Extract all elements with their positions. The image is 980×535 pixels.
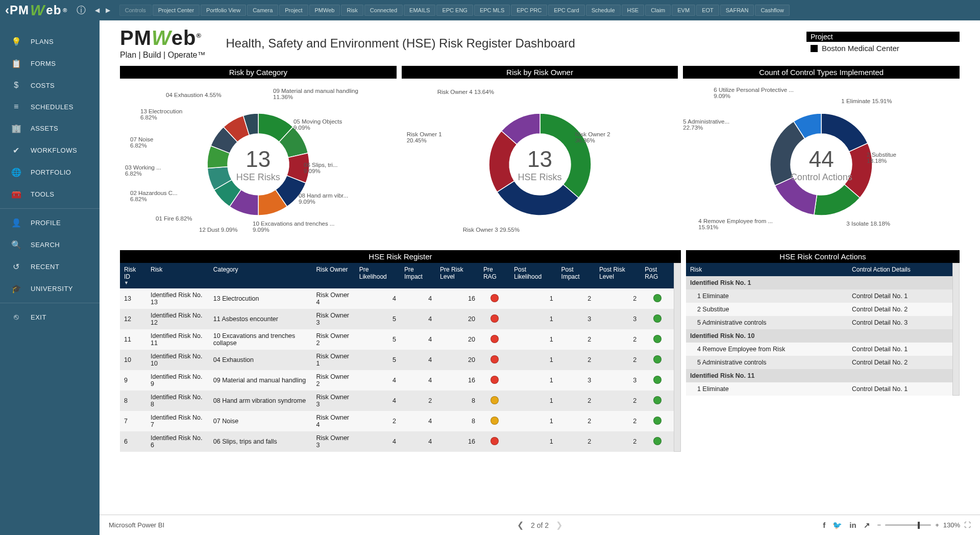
table-row[interactable]: 5 Administrative controlsControl Detail … (686, 356, 952, 369)
register-col-header[interactable]: Category (209, 263, 312, 288)
table-row[interactable]: 1 EliminateControl Detail No. 1 (686, 382, 952, 396)
dashboard-title: Health, Safety and Environment (HSE) Ris… (226, 36, 786, 51)
sidebar-item[interactable]: 🔍SEARCH (0, 234, 100, 256)
sidebar-item[interactable]: 🧰TOOLS (0, 183, 100, 205)
sidebar-item[interactable]: $COSTS (0, 75, 100, 96)
top-tab[interactable]: EPC PRC (511, 5, 547, 16)
donut-chart[interactable]: Count of Control Types Implemented 44 Co… (683, 66, 960, 246)
table-row[interactable]: 8Identified Risk No. 808 Hand arm vibrat… (120, 391, 674, 411)
table-row[interactable]: 12Identified Risk No. 1211 Asbestos enco… (120, 309, 674, 329)
sidebar-item[interactable]: 🌐PORTFOLIO (0, 161, 100, 183)
table-row[interactable]: 11Identified Risk No. 1110 Excavations a… (120, 329, 674, 350)
nav-arrows[interactable]: ◀ ▶ (95, 7, 112, 14)
group-header-row[interactable]: Identified Risk No. 10 (686, 329, 952, 343)
chart-data-label: 05 Moving Objects9.09% (293, 118, 342, 131)
sidebar-icon: ✔ (11, 145, 21, 155)
top-tab[interactable]: Risk (341, 5, 363, 16)
top-tab[interactable]: EMAILS (404, 5, 435, 16)
group-header-row[interactable]: Identified Risk No. 11 (686, 369, 952, 382)
controls-col-header[interactable]: Risk (686, 263, 848, 276)
next-page-icon[interactable]: ❯ (556, 520, 562, 530)
top-tab[interactable]: EOT (696, 5, 719, 16)
sidebar-item[interactable]: 🏢ASSETS (0, 117, 100, 139)
zoom-out-icon[interactable]: − (877, 521, 881, 529)
top-tab[interactable]: Camera (247, 5, 278, 16)
info-icon[interactable]: ⓘ (77, 4, 86, 16)
linkedin-icon[interactable]: in (849, 521, 856, 529)
top-tab[interactable]: EPC MLS (474, 5, 510, 16)
sidebar-item[interactable]: 🎓UNIVERSITY (0, 278, 100, 300)
top-tab[interactable]: Controls (119, 5, 152, 16)
facebook-icon[interactable]: f (823, 521, 825, 529)
sidebar-item-label: RECENT (31, 263, 59, 271)
sidebar-item[interactable]: ✔WORKFLOWS (0, 139, 100, 161)
controls-col-header[interactable]: Control Action Details (848, 263, 952, 276)
top-tab[interactable]: Portfolio View (201, 5, 246, 16)
sidebar-item-label: PROFILE (31, 219, 61, 227)
table-row[interactable]: 6Identified Risk No. 606 Slips, trips an… (120, 431, 674, 452)
register-col-header[interactable]: Risk ID▼ (120, 263, 146, 288)
register-col-header[interactable]: Pre Impact (400, 263, 436, 288)
top-tab[interactable]: Cashflow (755, 5, 789, 16)
filter-checkbox-icon[interactable] (811, 45, 818, 52)
project-filter[interactable]: Project Boston Medical Center (806, 32, 960, 55)
left-sidebar: 💡PLANS📋FORMS$COSTS≡SCHEDULES🏢ASSETS✔WORK… (0, 20, 100, 535)
table-row[interactable]: 9Identified Risk No. 909 Material and ma… (120, 370, 674, 391)
chart-data-label: 04 Exhaustion 4.55% (166, 92, 222, 98)
sidebar-item[interactable]: 📋FORMS (0, 53, 100, 75)
register-col-header[interactable]: Risk Owner (312, 263, 355, 288)
top-tab[interactable]: Schedule (586, 5, 621, 16)
sidebar-item[interactable]: ⎋EXIT (0, 306, 100, 328)
top-tab[interactable]: EPC ENG (436, 5, 473, 16)
chart-data-label: 06 Slips, tri...9.09% (304, 162, 337, 174)
top-tab[interactable]: Claim (645, 5, 671, 16)
donut-chart[interactable]: Risk by Category 13 HSE Risks 09 Materia… (120, 66, 397, 246)
main-report: PMWeb® Plan | Build | Operate™ Health, S… (100, 20, 980, 515)
top-tab[interactable]: PMWeb (309, 5, 340, 16)
risk-register-table: HSE Risk Register Risk ID▼RiskCategoryRi… (120, 250, 681, 452)
prev-page-icon[interactable]: ❮ (517, 520, 524, 530)
top-tab[interactable]: HSE (622, 5, 645, 16)
register-col-header[interactable]: Post Likelihood (510, 263, 557, 288)
rag-indicator-icon (491, 294, 499, 302)
sidebar-item[interactable]: 👤PROFILE (0, 212, 100, 234)
zoom-control[interactable]: − + 130% ⛶ (877, 521, 971, 529)
top-tab[interactable]: Project (279, 5, 308, 16)
table-row[interactable]: 13Identified Risk No. 1313 Electrocution… (120, 288, 674, 309)
register-col-header[interactable]: Pre RAG (479, 263, 510, 288)
top-tab[interactable]: EVM (672, 5, 695, 16)
register-scrollbar[interactable] (674, 263, 681, 452)
table-row[interactable]: 7Identified Risk No. 707 NoiseRisk Owner… (120, 411, 674, 431)
twitter-icon[interactable]: 🐦 (832, 521, 842, 530)
controls-scrollbar[interactable] (952, 263, 960, 396)
register-col-header[interactable]: Post Impact (557, 263, 596, 288)
chart-data-label: 10 Excavations and trenches ...9.09% (253, 221, 334, 233)
top-tab[interactable]: Project Center (153, 5, 200, 16)
top-tab[interactable]: SAFRAN (720, 5, 754, 16)
register-col-header[interactable]: Pre Likelihood (355, 263, 400, 288)
sidebar-item[interactable]: ↺RECENT (0, 256, 100, 278)
sidebar-item[interactable]: 💡PLANS (0, 31, 100, 53)
sidebar-icon: 🏢 (11, 124, 21, 133)
table-row[interactable]: 1 EliminateControl Detail No. 1 (686, 289, 952, 303)
register-col-header[interactable]: Pre Risk Level (436, 263, 479, 288)
top-tab[interactable]: Connected (364, 5, 403, 16)
table-row[interactable]: 4 Remove Employee from RiskControl Detai… (686, 343, 952, 356)
sidebar-item[interactable]: ≡SCHEDULES (0, 96, 100, 117)
page-navigator[interactable]: ❮ 2 of 2 ❯ (517, 520, 562, 530)
table-row[interactable]: 10Identified Risk No. 1004 ExhaustionRis… (120, 350, 674, 370)
controls-title: HSE Risk Control Actions (686, 250, 960, 263)
register-col-header[interactable]: Post Risk Level (595, 263, 641, 288)
zoom-level: 130% (943, 521, 960, 529)
fullscreen-icon[interactable]: ⛶ (964, 521, 971, 529)
top-tab[interactable]: EPC Card (548, 5, 585, 16)
register-col-header[interactable]: Risk (146, 263, 209, 288)
rag-indicator-icon (491, 396, 499, 404)
group-header-row[interactable]: Identified Risk No. 1 (686, 276, 952, 289)
register-col-header[interactable]: Post RAG (641, 263, 674, 288)
donut-chart[interactable]: Risk by Risk Owner 13 HSE Risks Risk Own… (402, 66, 678, 246)
share-icon[interactable]: ↗ (864, 521, 870, 530)
table-row[interactable]: 2 SubstitueControl Detail No. 2 (686, 303, 952, 316)
table-row[interactable]: 5 Administrative controlsControl Detail … (686, 316, 952, 329)
zoom-in-icon[interactable]: + (935, 521, 939, 529)
